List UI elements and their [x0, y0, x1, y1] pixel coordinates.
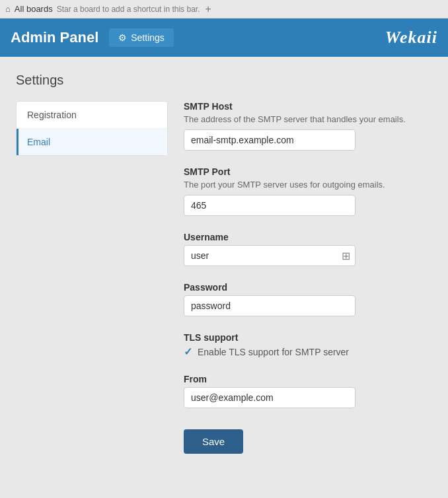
sidebar-item-registration[interactable]: Registration — [17, 102, 167, 129]
settings-button[interactable]: ⚙ Settings — [109, 28, 174, 47]
from-label: From — [184, 374, 432, 384]
tls-label: TLS support — [184, 332, 432, 343]
smtp-host-input[interactable] — [184, 129, 355, 151]
sidebar-item-email[interactable]: Email — [17, 129, 167, 155]
tls-checkbox-label[interactable]: Enable TLS support for SMTP server — [198, 347, 349, 357]
app-logo: Wekaii — [385, 28, 437, 48]
username-label: Username — [184, 232, 432, 242]
password-group: Password — [184, 282, 432, 316]
sidebar: Registration Email — [16, 101, 168, 156]
tls-check-icon: ✓ — [184, 345, 192, 358]
smtp-port-description: The port your SMTP server uses for outgo… — [184, 180, 432, 190]
add-board-icon[interactable]: + — [205, 3, 211, 15]
password-input[interactable] — [184, 295, 355, 316]
settings-layout: Registration Email SMTP Host The address… — [16, 101, 432, 454]
header-left: Admin Panel ⚙ Settings — [11, 28, 174, 47]
save-button[interactable]: Save — [184, 429, 243, 454]
username-icon: ⊞ — [342, 250, 350, 262]
smtp-host-label: SMTP Host — [184, 101, 432, 112]
admin-panel-title: Admin Panel — [11, 29, 98, 46]
from-group: From — [184, 374, 432, 408]
from-input[interactable] — [184, 387, 355, 408]
settings-button-label: Settings — [131, 32, 165, 43]
top-bar: ⌂ All boards Star a board to add a short… — [0, 0, 448, 18]
tls-row: ✓ Enable TLS support for SMTP server — [184, 345, 432, 358]
password-label: Password — [184, 282, 432, 293]
home-icon: ⌂ — [5, 4, 11, 14]
smtp-port-label: SMTP Port — [184, 166, 432, 177]
username-input[interactable] — [184, 245, 355, 266]
all-boards-link[interactable]: All boards — [15, 4, 53, 14]
username-input-wrapper: ⊞ — [184, 245, 355, 266]
page-title: Settings — [16, 73, 432, 88]
tls-group: TLS support ✓ Enable TLS support for SMT… — [184, 332, 432, 358]
smtp-port-input[interactable] — [184, 195, 355, 216]
smtp-host-description: The address of the SMTP server that hand… — [184, 114, 432, 124]
username-group: Username ⊞ — [184, 232, 432, 266]
header: Admin Panel ⚙ Settings Wekaii — [0, 18, 448, 57]
top-bar-hint: Star a board to add a shortcut in this b… — [57, 5, 200, 14]
gear-icon: ⚙ — [118, 32, 127, 43]
smtp-host-group: SMTP Host The address of the SMTP server… — [184, 101, 432, 151]
main-content: Settings Registration Email SMTP Host Th… — [0, 57, 448, 470]
smtp-port-group: SMTP Port The port your SMTP server uses… — [184, 166, 432, 216]
form-area: SMTP Host The address of the SMTP server… — [168, 101, 432, 454]
